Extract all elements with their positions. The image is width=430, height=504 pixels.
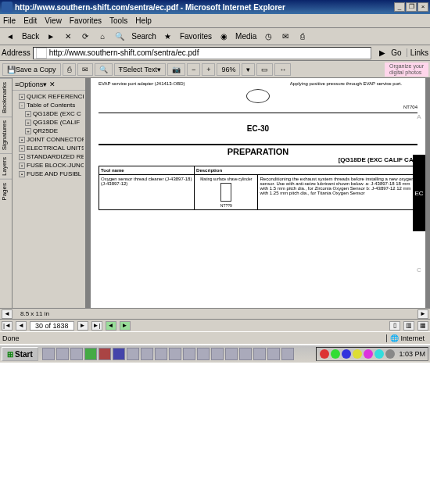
- bookmark-item[interactable]: •ELECTRICAL UNITS: [14, 144, 84, 152]
- ql-icon-7[interactable]: [127, 348, 139, 360]
- minimize-button[interactable]: _: [394, 2, 405, 12]
- pdf-viewport[interactable]: EVAP service port adapter (J41413-OBD) A…: [86, 78, 430, 308]
- tray-icon-5[interactable]: [364, 349, 373, 359]
- go-label[interactable]: Go: [391, 48, 401, 57]
- tab-bookmarks[interactable]: Bookmarks: [0, 78, 12, 116]
- ql-icon-9[interactable]: [155, 348, 167, 360]
- tab-pages[interactable]: Pages: [0, 179, 12, 204]
- print-icon[interactable]: ⎙: [295, 30, 310, 44]
- maximize-button[interactable]: ❐: [406, 2, 417, 12]
- save-copy-button[interactable]: 💾 Save a Copy: [2, 63, 61, 76]
- tray-icon-7[interactable]: [385, 349, 395, 359]
- search-icon[interactable]: 🔍: [112, 30, 127, 44]
- adobe-promo[interactable]: Organize your digital photos: [385, 63, 428, 77]
- search-pdf-button[interactable]: 🔍: [95, 63, 113, 76]
- menu-file[interactable]: File: [3, 16, 16, 25]
- index-ec[interactable]: EC: [413, 155, 425, 231]
- bookmarks-options[interactable]: ≡ Options ▾ ✕: [13, 78, 85, 91]
- bookmark-item[interactable]: +QG18DE (CALIF: [14, 118, 84, 127]
- mail-icon[interactable]: ✉: [278, 30, 293, 44]
- tray-icon-6[interactable]: [374, 349, 384, 359]
- go-button[interactable]: ▶: [374, 46, 390, 60]
- media-label[interactable]: Media: [232, 30, 260, 44]
- print-button[interactable]: ⎙: [63, 63, 76, 76]
- stop-button[interactable]: ✕: [60, 30, 76, 44]
- ql-icon-3[interactable]: [70, 348, 83, 360]
- ql-icon-14[interactable]: [225, 348, 238, 360]
- tray-icon-4[interactable]: [353, 349, 362, 359]
- ql-icon-1[interactable]: [42, 348, 55, 360]
- ql-icon-16[interactable]: [253, 348, 266, 360]
- zoom-out-button[interactable]: −: [187, 63, 200, 76]
- refresh-button[interactable]: ⟳: [77, 30, 93, 44]
- ql-icon-10[interactable]: [169, 348, 181, 360]
- fit-width-button[interactable]: ↔: [274, 63, 291, 76]
- tray-icon-1[interactable]: [320, 349, 329, 359]
- bookmark-item[interactable]: •FUSE BLOCK-JUNC: [14, 161, 84, 170]
- ql-icon-13[interactable]: [211, 348, 224, 360]
- zoom-in-button[interactable]: +: [202, 63, 215, 76]
- ql-icon-17[interactable]: [267, 348, 280, 360]
- address-input[interactable]: http://www.southern-shift.com/sentra/ec.…: [33, 47, 372, 59]
- back-button[interactable]: ◄: [2, 30, 18, 44]
- first-page-button[interactable]: |◄: [2, 321, 13, 331]
- index-a[interactable]: A: [413, 78, 425, 155]
- prev-page-button[interactable]: ◄: [16, 321, 27, 331]
- menu-edit[interactable]: Edit: [23, 16, 37, 25]
- next-page-button[interactable]: ►: [77, 321, 88, 331]
- page-indicator[interactable]: 30 of 1838: [30, 321, 74, 331]
- ql-icon-2[interactable]: [56, 348, 69, 360]
- nav-fwd-button[interactable]: ►: [120, 321, 131, 331]
- snapshot-button[interactable]: 📷: [167, 63, 185, 76]
- ql-icon-18[interactable]: [281, 348, 294, 360]
- ql-icon-11[interactable]: [183, 348, 195, 360]
- menu-favorites[interactable]: Favorites: [70, 16, 102, 25]
- bookmark-item[interactable]: •QUICK REFERENCE: [14, 92, 84, 101]
- scroll-right-icon[interactable]: ►: [417, 309, 428, 319]
- menu-help[interactable]: Help: [135, 16, 152, 25]
- zoom-dropdown-icon[interactable]: ▾: [242, 63, 255, 76]
- ql-icon-15[interactable]: [239, 348, 252, 360]
- ql-icon-8[interactable]: [141, 348, 153, 360]
- menu-tools[interactable]: Tools: [109, 16, 127, 25]
- view-single-icon[interactable]: ▯: [389, 321, 400, 331]
- favorites-icon[interactable]: ★: [160, 30, 176, 44]
- tab-signatures[interactable]: Signatures: [0, 116, 12, 153]
- menu-view[interactable]: View: [45, 16, 62, 25]
- media-icon[interactable]: ◉: [216, 30, 231, 44]
- ql-icon-5[interactable]: [99, 348, 111, 360]
- clock[interactable]: 1:03 PM: [399, 350, 425, 358]
- tray-icon-2[interactable]: [331, 349, 340, 359]
- close-button[interactable]: ×: [417, 2, 428, 12]
- home-button[interactable]: ⌂: [95, 30, 110, 44]
- bookmark-item[interactable]: •FUSE AND FUSIBL: [14, 170, 84, 178]
- last-page-button[interactable]: ►|: [91, 321, 102, 331]
- forward-button[interactable]: ►: [43, 30, 59, 44]
- links-label[interactable]: Links: [407, 48, 428, 57]
- view-cont-icon[interactable]: ▥: [403, 321, 414, 331]
- favorites-label[interactable]: Favorites: [177, 30, 215, 44]
- zoom-level[interactable]: 96%: [217, 63, 240, 76]
- email-button[interactable]: ✉: [77, 63, 93, 76]
- start-button[interactable]: ⊞Start: [2, 347, 38, 361]
- ql-icon-4[interactable]: [84, 348, 97, 360]
- bookmark-item[interactable]: -Table of Contents: [14, 101, 84, 109]
- scroll-left-icon[interactable]: ◄: [2, 309, 13, 319]
- index-c[interactable]: C: [413, 231, 425, 308]
- back-label[interactable]: Back: [19, 30, 42, 44]
- history-icon[interactable]: ◷: [260, 30, 276, 44]
- bookmark-item[interactable]: +QR25DE: [14, 127, 84, 135]
- bookmark-item[interactable]: •STANDARDIZED RE: [14, 152, 84, 161]
- tray-icon-3[interactable]: [342, 349, 351, 359]
- select-text-button[interactable]: Ŧ Select Text ▾: [114, 63, 166, 76]
- pdf-scrollbar[interactable]: ◄ 8.5 x 11 in ►: [0, 308, 430, 319]
- bookmark-item[interactable]: •JOINT CONNECTOR: [14, 135, 84, 144]
- tab-layers[interactable]: Layers: [0, 153, 12, 179]
- ql-icon-6[interactable]: [113, 348, 125, 360]
- bookmark-item[interactable]: +QG18DE (EXC C: [14, 109, 84, 118]
- view-facing-icon[interactable]: ▦: [417, 321, 428, 331]
- search-label[interactable]: Search: [128, 30, 159, 44]
- ql-icon-12[interactable]: [197, 348, 210, 360]
- nav-back-button[interactable]: ◄: [106, 321, 116, 331]
- fit-page-button[interactable]: ▭: [256, 63, 273, 76]
